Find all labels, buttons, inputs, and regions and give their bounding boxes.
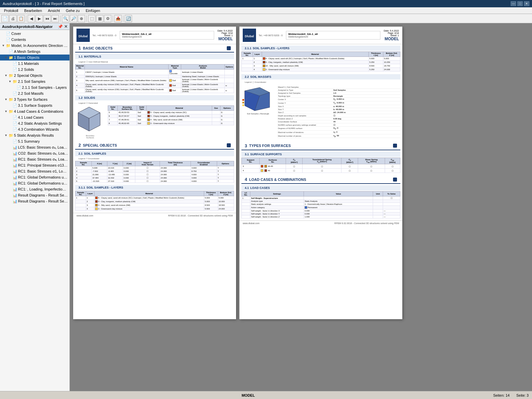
tree-item-cover[interactable]: 📄 Cover [0,31,69,37]
cell: 1 [253,57,262,61]
tree-label-massifs: 2.2 Soil Massifs [18,91,44,95]
toolbar-open[interactable]: 📄 [1,15,9,22]
tree-item-materials[interactable]: 📄 1.1 Materials [0,61,69,66]
menu-bearbeiten[interactable]: Bearbeiten [22,8,45,13]
cell: Rotation about Z [277,117,333,120]
tree-item-rc1-global2[interactable]: 📊 RC1: Global Deformations uz, Loa... [0,180,69,186]
tree-item-contents[interactable]: 📄 Contents [0,37,69,43]
navigator-header: Ausdruckprotokoll-Navigator 📌 ✕ [0,23,69,30]
tree-item-rc1-basic-s3[interactable]: 📊 RC1: Basic Stresses σ₃, Loadin... [0,156,69,162]
svg-rect-17 [242,104,244,106]
table-row: 3 10 - Silty sand, sand-silt mixture (SM… [242,64,400,68]
tree-item-static-settings[interactable]: 📄 4.2 Static Analysis Settings [0,120,69,126]
cell: 8 - Clayey sand, sand-silt (SC) | Isotro… [262,57,368,61]
tree-item-types[interactable]: ▼ 📁 3 Types for Surfaces [0,96,69,102]
sec-2-title: Special Objects [83,143,117,147]
tree-item-soil-layers[interactable]: 📄 2.1.1 Soil Samples - Layers [0,84,69,90]
tree-item-rc1-principal[interactable]: 📊 RC1: Principal Stresses σ133, Loa... [0,162,69,168]
tree-toggle-soil: ▼ [8,79,12,83]
tree-item-rc1-loading[interactable]: 📊 RC1: , Loading, Imperfections, I... [0,186,69,192]
navigator-header-icons: 📌 ✕ [58,24,67,29]
toolbar-print[interactable]: 🖨 [9,15,17,22]
tree-container[interactable]: 📄 Cover 📄 Contents ▼ 📁 Model, In Axonome… [0,30,69,391]
toolbar-first[interactable]: ⏮ [44,15,51,22]
page-icon: 📄 [13,103,17,108]
tree-toggle [8,67,12,71]
tree-item-static-results[interactable]: ▼ 📁 5 Static Analysis Results [0,132,69,138]
cell [242,64,253,68]
toolbar-refresh[interactable]: 🔄 [125,15,132,22]
tree-toggle-types: ▼ [4,97,8,101]
cell: Action category [250,206,304,209]
maximize-btn[interactable]: □ [517,1,523,6]
cell: 1 [75,166,92,170]
toolbar-next[interactable]: ▶ [36,15,43,22]
tree-item-result-diag1[interactable]: 📊 Result Diagrams - Result Section ... [0,192,69,198]
tree-toggle [12,85,16,89]
content-area[interactable]: Dlubal Tel.: +49 9673 9203 - 0 Weklarmod… [70,23,532,391]
cell: 37.484 [91,176,107,180]
navigator-pin-icon[interactable]: 📌 [58,24,63,29]
table-row: Static analysis settings 1 - Geometrical… [242,203,400,206]
tree-toggle [1,32,5,36]
tree-item-load-cases-item[interactable]: 📄 4.1 Load Cases [0,114,69,120]
cell: 22.015 [107,166,123,170]
cell: ☐ [135,173,160,176]
tree-item-summary[interactable]: 📄 5.1 Summary [0,138,69,144]
cell: 2 [86,200,94,203]
tree-item-surface-supports[interactable]: 📄 3.1 Surface Supports [0,102,69,108]
toolbar-last[interactable]: ⏭ [52,15,59,22]
cell: Hardening Steel | Isotropic | Linear Ela… [181,75,225,78]
toolbar-settings[interactable]: ⚙ [104,15,111,22]
tree-item-solids[interactable]: 📄 1.2 Solids [0,66,69,72]
tree-label-combo-wizards: 4.3 Combination Wizards [18,127,59,131]
toolbar-zoom-out[interactable]: 🔎 [70,15,77,22]
close-btn[interactable]: ✕ [524,1,529,6]
tree-item-basic[interactable]: ▼ 📁 1 Basic Objects [0,55,69,61]
tree-item-mesh[interactable]: 📄 A Mesh Settings [0,49,69,55]
col-solid-no: SolidNo. [108,106,118,111]
toolbar-prev[interactable]: ◀ [28,15,35,22]
tree-label-load-cases: 4.1 Load Cases [18,115,44,119]
toolbar-zoom-fit[interactable]: ⊕ [78,15,85,22]
page-content-1: 1 Basic Objects 1.1 MATERIALS Legend: ☐ … [73,44,236,211]
tree-item-rc1-basic-s1[interactable]: 📊 RC1: Basic Stresses σ1, Loading, ... [0,168,69,174]
menu-protokoll[interactable]: Protokoll [1,8,21,13]
navigator-close-icon[interactable]: ✕ [64,24,67,29]
cell: np: 50 [333,134,401,138]
section-11-header: 1.1 MATERIALS [75,54,234,59]
cell: 4 [253,68,262,71]
cell [373,209,383,212]
tree-item-model[interactable]: ▼ 📁 Model, In Axonometric Direction by D… [0,43,69,49]
tree-item-special[interactable]: ▼ 📁 2 Special Objects [0,72,69,78]
tree-toggle [8,187,12,191]
tree-item-rc1-global1[interactable]: 📊 RC1: Global Deformations uz, Loa... [0,174,69,180]
menu-gehe-zu[interactable]: Gehe zu [63,8,82,13]
page-model-2: Weklarmodell_GA-1_all Stellentungsberich… [286,31,380,40]
cell [373,200,383,203]
tree-item-lc5[interactable]: 📊 LC5: Basic Stresses σ₂, Loading, I... [0,144,69,150]
toolbar-export[interactable]: 📤 [114,15,122,22]
toolbar-view2[interactable]: ▦ [96,15,103,22]
toolbar-zoom-in[interactable]: 🔍 [62,15,69,22]
tree-item-soil-samples[interactable]: ▼ 📁 2.1 Soil Samples [0,78,69,84]
cell: 1-5 [333,92,401,95]
tree-item-load-cases[interactable]: ▼ 📁 4 Load Cases & Combinations [0,108,69,114]
tree-item-co2[interactable]: 📊 CO2: Basic Stresses σ₂, Loading, ... [0,150,69,156]
minimize-btn[interactable]: — [511,1,516,6]
cell: 4 - Silty sand, sand-silt mixture (SM) [147,118,212,122]
menu-einfuegen[interactable]: Einfügen [83,8,103,13]
cell: ☐ [385,164,400,169]
cell: Soil [169,78,181,83]
tree-item-combo-wizards[interactable]: 📄 4.3 Combination Wizards [0,126,69,132]
menu-ansicht[interactable]: Ansicht [45,8,63,13]
tree-item-soil-massifs[interactable]: 📄 2.2 Soil Massifs [0,90,69,96]
toolbar-copy[interactable]: 📋 [17,15,25,22]
col-value: Value [304,192,373,197]
col-y: Y [m] [107,161,123,166]
tree-item-result-diag2[interactable]: 📊 Result Diagrams - Result Section ... [0,198,69,204]
toolbar-view1[interactable]: ⬚ [88,15,95,22]
cell: 1 [75,69,85,75]
table-row: 1 5.008 22.015 0.000 ☐ 24.000 4.000 T [75,166,234,170]
dlubal-logo-2: Dlubal [243,29,256,42]
